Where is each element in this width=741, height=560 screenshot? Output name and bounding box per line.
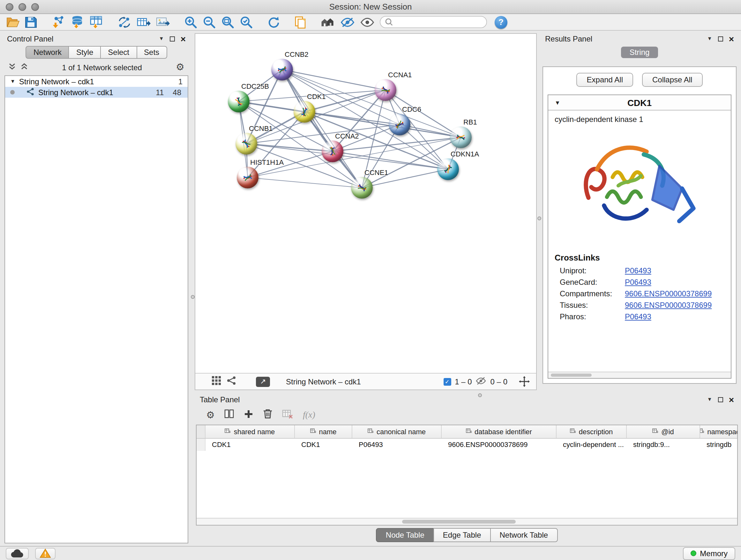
network-collection-row[interactable]: ▼ String Network – cdk1 1: [5, 76, 188, 87]
close-panel-icon[interactable]: ×: [729, 395, 734, 404]
column-header-shared-name[interactable]: shared name: [205, 425, 295, 438]
crosslink-link[interactable]: P06493: [625, 266, 651, 275]
crosslink-link[interactable]: P06493: [625, 278, 651, 287]
title-bar[interactable]: Session: New Session: [0, 0, 741, 14]
network-row[interactable]: String Network – cdk1 11 48: [5, 87, 188, 98]
table-settings-gear-icon[interactable]: ⚙: [206, 410, 215, 420]
open-session-icon[interactable]: [6, 15, 20, 29]
add-column-plus-icon[interactable]: [244, 409, 254, 421]
minimize-window-button[interactable]: [18, 3, 26, 11]
tab-sets[interactable]: Sets: [136, 46, 167, 59]
search-field[interactable]: [396, 18, 482, 26]
maximize-panel-icon[interactable]: [718, 37, 723, 42]
tab-select[interactable]: Select: [100, 46, 137, 59]
network-view-title: String Network – cdk1: [286, 377, 361, 386]
refresh-layout-icon[interactable]: [267, 15, 280, 29]
search-input[interactable]: [380, 16, 487, 28]
tab-network[interactable]: Network: [26, 46, 69, 59]
results-scrollbar[interactable]: [548, 372, 731, 378]
import-table-icon[interactable]: [89, 15, 104, 29]
network-node-rb1[interactable]: RB1: [450, 126, 472, 148]
tab-network-table[interactable]: Network Table: [490, 528, 558, 542]
crosslink-link[interactable]: P06493: [625, 312, 651, 321]
show-columns-icon[interactable]: [224, 409, 234, 422]
detach-view-button[interactable]: ↗: [256, 376, 270, 387]
column-header-database-identifier[interactable]: database identifier: [442, 425, 556, 438]
column-header-namespac[interactable]: namespac: [700, 425, 738, 438]
import-network-file-icon[interactable]: [51, 15, 65, 29]
close-panel-icon[interactable]: ×: [729, 35, 734, 44]
zoom-window-button[interactable]: [31, 3, 39, 11]
network-node-cdkn1a[interactable]: CDKN1A: [437, 159, 459, 180]
clone-network-icon[interactable]: [294, 15, 307, 29]
export-network-icon[interactable]: [118, 15, 131, 29]
pan-crosshair-icon[interactable]: [519, 376, 530, 387]
import-network-database-icon[interactable]: [70, 15, 84, 29]
node-label: CDK1: [307, 92, 326, 100]
scrollbar-thumb[interactable]: [551, 374, 592, 377]
zoom-fit-icon[interactable]: [221, 15, 234, 29]
export-image-icon[interactable]: [156, 15, 170, 29]
hide-selected-eye-slash-icon[interactable]: [340, 15, 355, 29]
close-window-button[interactable]: [6, 3, 13, 11]
float-panel-icon[interactable]: ▼: [159, 37, 164, 42]
crosslink-link[interactable]: 9606.ENSP00000378699: [625, 301, 712, 310]
collapse-entry-icon[interactable]: ▼: [555, 99, 560, 106]
scrollbar-thumb[interactable]: [402, 520, 516, 523]
network-node-ccna1[interactable]: CCNA1: [375, 79, 396, 101]
network-node-cdk1[interactable]: CDK1: [293, 101, 315, 123]
expand-all-button[interactable]: Expand All: [577, 73, 633, 87]
cloud-button[interactable]: [6, 548, 29, 559]
network-canvas[interactable]: CCNB2CCNA1CDC25BCDK1CDC6RB1CCNB1CCNA2CDK…: [195, 34, 536, 373]
network-node-cdc6[interactable]: CDC6: [389, 114, 410, 135]
zoom-in-icon[interactable]: [184, 15, 197, 29]
selected-checkbox-icon[interactable]: ✓: [443, 378, 451, 385]
collapse-collection-icon[interactable]: ▼: [10, 78, 15, 84]
tab-node-table[interactable]: Node Table: [376, 528, 434, 542]
table-row[interactable]: CDK1CDK1P064939606.ENSP00000378699cyclin…: [197, 439, 737, 451]
protein-structure-image: [576, 126, 703, 248]
close-panel-icon[interactable]: ×: [181, 35, 186, 44]
splitter-handle[interactable]: [478, 393, 482, 397]
collapse-all-button[interactable]: Collapse All: [642, 73, 702, 87]
network-node-ccne1[interactable]: CCNE1: [351, 177, 373, 199]
help-button[interactable]: ?: [495, 16, 508, 28]
network-node-ccnb2[interactable]: CCNB2: [271, 59, 293, 80]
gear-icon[interactable]: ⚙: [176, 63, 185, 72]
delete-column-trash-icon[interactable]: [263, 409, 273, 422]
network-node-ccnb1[interactable]: CCNB1: [235, 133, 257, 154]
memory-indicator[interactable]: Memory: [683, 547, 735, 560]
column-header-canonical-name[interactable]: canonical name: [352, 425, 442, 438]
crosslink-link[interactable]: 9606.ENSP00000378699: [625, 289, 712, 298]
tab-style[interactable]: Style: [69, 46, 101, 59]
network-overview-icon[interactable]: [320, 15, 335, 29]
show-all-eye-icon[interactable]: [360, 15, 375, 29]
float-panel-icon[interactable]: ▼: [707, 37, 712, 42]
tab-edge-table[interactable]: Edge Table: [433, 528, 491, 542]
network-node-cdc25b[interactable]: CDC25B: [228, 91, 250, 112]
column-header-@id[interactable]: @id: [627, 425, 700, 438]
warning-button[interactable]: [35, 548, 56, 559]
node-label: CDKN1A: [451, 150, 479, 158]
network-node-ccna2[interactable]: CCNA2: [322, 140, 343, 162]
tab-string[interactable]: String: [621, 47, 658, 58]
save-session-icon[interactable]: [25, 15, 37, 29]
splitter-handle[interactable]: [191, 295, 195, 299]
network-node-hist1h1a[interactable]: HIST1H1A: [237, 167, 259, 188]
column-header-name[interactable]: name: [295, 425, 352, 438]
hidden-eye-slash-icon[interactable]: [476, 376, 487, 387]
collapse-all-tree-icon[interactable]: [8, 63, 16, 72]
zoom-out-icon[interactable]: [202, 15, 216, 29]
float-panel-icon[interactable]: ▼: [707, 397, 712, 402]
zoom-selected-icon[interactable]: [239, 15, 253, 29]
expand-all-tree-icon[interactable]: [20, 63, 28, 72]
grid-view-icon[interactable]: [212, 376, 221, 387]
network-share-icon[interactable]: [226, 376, 236, 387]
maximize-panel-icon[interactable]: [170, 37, 175, 42]
column-header-description[interactable]: description: [556, 425, 627, 438]
export-table-icon[interactable]: [137, 15, 151, 29]
table-cell: stringdb:9...: [627, 439, 700, 451]
table-horizontal-scrollbar[interactable]: [197, 518, 737, 525]
splitter-handle[interactable]: [537, 216, 541, 220]
maximize-panel-icon[interactable]: [718, 397, 723, 402]
